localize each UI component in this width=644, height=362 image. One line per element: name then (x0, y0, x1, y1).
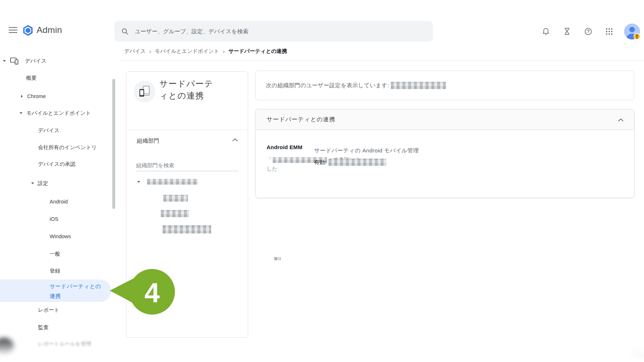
sidebar-item-label: デバイス (25, 58, 46, 64)
sidebar-item-label: レポートルールを管理 (38, 341, 91, 348)
redacted-org-name (163, 225, 211, 233)
sidebar-item-label: 設定 (38, 180, 48, 187)
sidebar-item-android[interactable]: Android (50, 197, 68, 206)
section-collapse-chevron-up-icon[interactable] (617, 116, 625, 126)
sidebar-item-manage-report-rules[interactable]: レポートルールを管理 (38, 340, 91, 348)
sidebar-item-company-inventory[interactable]: 会社所有のインベントリ (38, 143, 97, 152)
org-section-collapse-chevron-up-icon[interactable] (231, 136, 239, 146)
sidebar-item-enrollment[interactable]: 登録 (50, 266, 60, 275)
redacted-org-name (161, 210, 189, 217)
search-input[interactable] (135, 21, 425, 42)
account-avatar[interactable] (624, 24, 640, 39)
sidebar-item-devices-root[interactable]: デバイス (3, 56, 46, 65)
sidebar-item-label: モバイルとエンドポイント (26, 110, 91, 117)
tasks-hourglass-icon[interactable] (563, 27, 572, 36)
sidebar-item-reports[interactable]: レポート (38, 306, 59, 314)
redacted-org-name (147, 179, 198, 185)
breadcrumb-separator-icon: › (223, 48, 225, 54)
sidebar-item-windows[interactable]: Windows (50, 232, 71, 241)
note-prefix: 「 (267, 156, 272, 163)
appbar-divider (120, 60, 644, 61)
third-party-integration-card: サードパーティとの連携 Android EMM 「 」で適用しま した サードパ… (255, 109, 635, 198)
org-tree-child-item[interactable] (163, 195, 188, 202)
breadcrumb: デバイス › モバイルとエンドポイント › サードパーティとの連携 (124, 47, 287, 55)
sidebar-item-ios[interactable]: iOS (50, 215, 58, 223)
integration-section-title: サードパーティとの連携 (267, 116, 335, 123)
org-unit-section-label: 組織部門 (137, 138, 159, 144)
sidebar-item-label: レポート (38, 307, 59, 313)
chevron-down-icon (20, 112, 22, 114)
bottom-fade-overlay (0, 336, 644, 362)
android-emm-description: サードパーティの Android モバイル管理 (314, 147, 419, 155)
breadcrumb-mobile-endpoints[interactable]: モバイルとエンドポイント (155, 48, 219, 55)
sidebar-item-label: デバイス (38, 127, 59, 134)
sidebar-item-label: Chrome (27, 93, 46, 99)
android-emm-title: Android EMM (267, 144, 302, 150)
mobile-devices-icon (134, 81, 155, 102)
admin-console-window: Admin ? (0, 0, 644, 362)
breadcrumb-separator-icon: › (149, 48, 151, 54)
org-unit-search-input[interactable] (136, 161, 238, 169)
global-search (114, 21, 433, 42)
org-tree-child-item[interactable] (161, 210, 189, 217)
sidebar-item-third-party-integrations-selected[interactable]: サードパーティとの連携 (0, 279, 111, 302)
org-scope-banner-text: 次の組織部門のユーザー設定を表示しています: (266, 82, 389, 89)
search-icon (121, 28, 129, 35)
chevron-down-icon (3, 60, 6, 62)
devices-icon (10, 57, 18, 65)
sidebar-item-general[interactable]: 一般 (50, 249, 60, 258)
sidebar-item-label: Android (50, 199, 68, 205)
sidebar-item-overview[interactable]: 概要 (26, 73, 37, 82)
notifications-bell-icon[interactable] (541, 27, 550, 36)
blurred-artifact (0, 338, 14, 355)
app-title: Admin (37, 25, 62, 35)
sidebar-item-label: 一般 (50, 251, 60, 257)
org-search-underline (136, 171, 238, 171)
status-label: 有効: (314, 159, 326, 166)
sidebar-item-label: Windows (50, 233, 71, 239)
chevron-down-icon (31, 182, 34, 184)
org-tree-root-item[interactable] (137, 179, 198, 185)
sidebar-item-label: 概要 (26, 75, 37, 81)
svg-text:?: ? (587, 29, 590, 34)
apps-grid-icon[interactable] (605, 27, 614, 36)
blurred-artifact (630, 352, 644, 362)
help-icon[interactable]: ? (584, 27, 593, 36)
third-party-settings-panel: サードパーティとの連携 組織部門 (126, 71, 248, 338)
sidebar-item-label: デバイスの承認 (38, 161, 75, 168)
chevron-right-icon (21, 95, 23, 98)
sidebar-item-label: iOS (50, 216, 58, 222)
redacted-org-name-wrap (274, 257, 281, 260)
sidebar-item-label: サードパーティとの連携 (50, 281, 105, 301)
redacted-org-name (391, 82, 446, 89)
redacted-status-value (329, 159, 386, 166)
sidebar-item-mobile-endpoints[interactable]: モバイルとエンドポイント (20, 109, 91, 117)
sidebar-item-device-approval[interactable]: デバイスの承認 (38, 160, 75, 168)
sidebar-item-label: 登録 (50, 268, 60, 274)
admin-logo-icon[interactable] (22, 24, 34, 38)
org-tree-child-item[interactable] (163, 225, 211, 233)
main-menu-icon[interactable] (9, 27, 17, 33)
sidebar-item-settings[interactable]: 設定 (31, 179, 48, 188)
panel-divider (126, 130, 248, 130)
android-emm-status: 有効: (314, 159, 386, 166)
panel-title: サードパーティとの連携 (159, 78, 217, 102)
sidebar-scrollbar[interactable] (112, 79, 115, 209)
note-wrap-line: した (267, 165, 277, 172)
sidebar-item-chrome[interactable]: Chrome (21, 92, 46, 101)
sidebar-item-devices[interactable]: デバイス (38, 126, 59, 135)
tree-expand-chevron-icon (137, 181, 140, 183)
breadcrumb-devices[interactable]: デバイス (124, 48, 146, 55)
redacted-org-name (163, 195, 188, 202)
sidebar-item-label: 監査 (38, 324, 49, 331)
org-scope-banner-card: 次の組織部門のユーザー設定を表示しています: (255, 71, 634, 100)
account-alert-badge (634, 33, 640, 39)
breadcrumb-current-page: サードパーティとの連携 (228, 48, 287, 55)
sidebar-item-audit[interactable]: 監査 (38, 323, 49, 332)
integration-card-header: サードパーティとの連携 (256, 109, 634, 130)
sidebar-item-label: 会社所有のインベントリ (38, 144, 97, 151)
